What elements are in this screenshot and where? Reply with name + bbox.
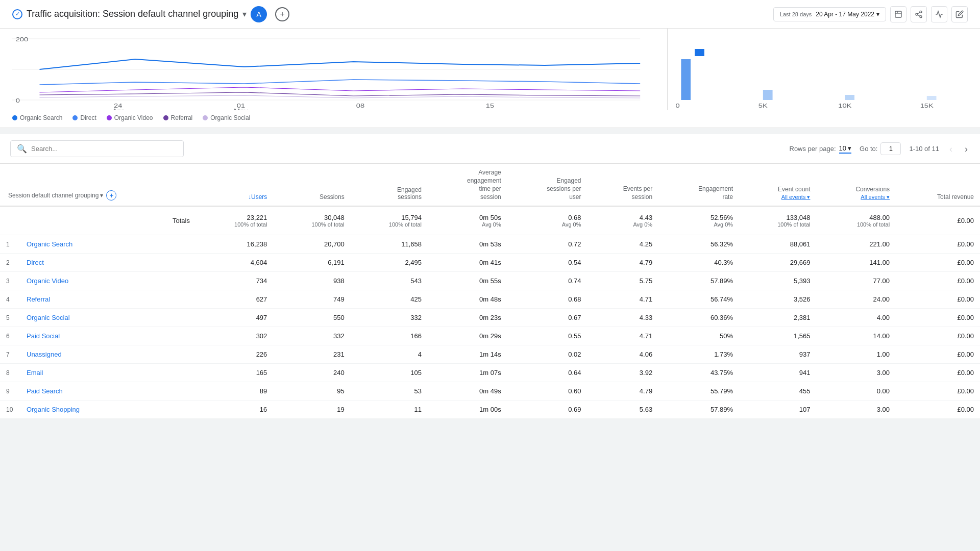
totals-avg-engagement-time: 0m 50s Avg 0% xyxy=(428,206,507,235)
row-conversions: 77.00 xyxy=(816,272,896,290)
goto-page-input[interactable] xyxy=(880,142,901,155)
legend-direct[interactable]: Direct xyxy=(72,114,96,121)
row-total-revenue: £0.00 xyxy=(896,364,980,382)
row-engaged-sessions: 4 xyxy=(351,345,428,364)
row-engagement-rate: 57.89% xyxy=(658,400,739,419)
row-name[interactable]: Organic Social xyxy=(20,309,196,327)
row-events-per-session: 4.71 xyxy=(587,327,659,345)
row-total-revenue: £0.00 xyxy=(896,235,980,254)
table-row: 4 Referral 627 749 425 0m 48s 0.68 4.71 … xyxy=(0,290,980,309)
svg-text:5K: 5K xyxy=(758,103,768,109)
legend-label-organic-search: Organic Search xyxy=(20,114,62,121)
row-events-per-session: 4.79 xyxy=(587,254,659,272)
row-name[interactable]: Email xyxy=(20,364,196,382)
svg-text:0: 0 xyxy=(676,103,680,109)
date-range-selector[interactable]: Last 28 days 20 Apr - 17 May 2022 ▾ xyxy=(773,7,886,21)
svg-line-7 xyxy=(918,12,920,14)
rows-per-page-select[interactable]: 10 ▾ xyxy=(839,144,851,154)
row-sessions: 231 xyxy=(273,345,350,364)
row-avg-engagement-time: 0m 41s xyxy=(428,254,507,272)
row-num: 4 xyxy=(0,290,20,309)
row-avg-engagement-time: 0m 49s xyxy=(428,382,507,400)
legend-organic-search[interactable]: Organic Search xyxy=(12,114,62,121)
row-name[interactable]: Unassigned xyxy=(20,345,196,364)
row-events-per-session: 4.71 xyxy=(587,290,659,309)
legend-organic-social[interactable]: Organic Social xyxy=(203,114,250,121)
row-conversions: 141.00 xyxy=(816,254,896,272)
row-engagement-rate: 60.36% xyxy=(658,309,739,327)
page-title-container: ✓ Traffic acquisition: Session default c… xyxy=(12,6,773,22)
chart-toggle-button[interactable] xyxy=(931,6,947,22)
legend-dot-organic-video xyxy=(107,115,112,120)
add-column-button[interactable]: + xyxy=(106,190,116,201)
row-num: 7 xyxy=(0,345,20,364)
event-count-filter[interactable]: All events ▾ xyxy=(781,194,811,201)
row-name[interactable]: Paid Social xyxy=(20,327,196,345)
legend-label-organic-social: Organic Social xyxy=(210,114,250,121)
table-row: 8 Email 165 240 105 1m 07s 0.64 3.92 43.… xyxy=(0,364,980,382)
row-events-per-session: 4.06 xyxy=(587,345,659,364)
date-range-dropdown-icon: ▾ xyxy=(876,11,879,18)
row-name[interactable]: Organic Video xyxy=(20,272,196,290)
svg-text:200: 200 xyxy=(16,36,29,43)
row-engaged-sessions-per-user: 0.64 xyxy=(507,364,587,382)
row-sessions: 240 xyxy=(273,364,350,382)
row-event-count: 107 xyxy=(739,400,816,419)
col-header-total-revenue: Total revenue xyxy=(896,164,980,206)
row-name[interactable]: Direct xyxy=(20,254,196,272)
table-row: 3 Organic Video 734 938 543 0m 55s 0.74 … xyxy=(0,272,980,290)
row-name[interactable]: Organic Shopping xyxy=(20,400,196,419)
row-total-revenue: £0.00 xyxy=(896,290,980,309)
svg-rect-0 xyxy=(895,11,901,17)
row-name[interactable]: Organic Search xyxy=(20,235,196,254)
row-name[interactable]: Paid Search xyxy=(20,382,196,400)
row-name[interactable]: Referral xyxy=(20,290,196,309)
add-view-button[interactable]: + xyxy=(275,7,289,21)
svg-point-4 xyxy=(916,13,918,15)
title-dropdown-icon[interactable]: ▾ xyxy=(242,9,247,19)
chart-legend: Organic Search Direct Organic Video Refe… xyxy=(12,110,968,123)
date-range-value: 20 Apr - 17 May 2022 xyxy=(816,11,874,18)
totals-engaged-sessions-per-user: 0.68 Avg 0% xyxy=(507,206,587,235)
col-group-label: Session default channel grouping xyxy=(8,192,99,199)
col-group-dropdown[interactable]: Session default channel grouping ▾ xyxy=(8,192,103,199)
totals-row: Totals 23,221 100% of total 30,048 100% … xyxy=(0,206,980,235)
svg-rect-15 xyxy=(763,90,773,100)
col-header-event-count: Event count All events ▾ xyxy=(739,164,816,206)
row-sessions: 95 xyxy=(273,382,350,400)
row-events-per-session: 5.75 xyxy=(587,272,659,290)
row-events-per-session: 4.79 xyxy=(587,382,659,400)
col-header-users[interactable]: ↓Users xyxy=(196,164,273,206)
save-report-button[interactable] xyxy=(890,6,906,22)
edit-button[interactable] xyxy=(951,6,968,22)
avatar[interactable]: A xyxy=(251,6,267,22)
svg-rect-18 xyxy=(695,49,704,56)
legend-label-direct: Direct xyxy=(80,114,96,121)
row-avg-engagement-time: 0m 55s xyxy=(428,272,507,290)
legend-label-referral: Referral xyxy=(171,114,193,121)
row-engagement-rate: 56.74% xyxy=(658,290,739,309)
svg-text:15K: 15K xyxy=(920,103,934,109)
next-page-button[interactable]: › xyxy=(963,143,970,155)
search-box[interactable]: 🔍 xyxy=(10,140,184,157)
prev-page-button[interactable]: ‹ xyxy=(947,143,954,155)
totals-conversions: 488.00 100% of total xyxy=(816,206,896,235)
row-avg-engagement-time: 0m 53s xyxy=(428,235,507,254)
col-header-sessions: Sessions xyxy=(273,164,350,206)
row-engagement-rate: 43.75% xyxy=(658,364,739,382)
legend-organic-video[interactable]: Organic Video xyxy=(107,114,153,121)
goto-section: Go to: xyxy=(860,142,901,155)
share-button[interactable] xyxy=(911,6,927,22)
row-sessions: 938 xyxy=(273,272,350,290)
search-input[interactable] xyxy=(31,145,177,153)
row-users: 497 xyxy=(196,309,273,327)
row-event-count: 455 xyxy=(739,382,816,400)
row-conversions: 221.00 xyxy=(816,235,896,254)
totals-total-revenue: £0.00 xyxy=(896,206,980,235)
row-engagement-rate: 50% xyxy=(658,327,739,345)
legend-referral[interactable]: Referral xyxy=(163,114,193,121)
row-total-revenue: £0.00 xyxy=(896,327,980,345)
row-total-revenue: £0.00 xyxy=(896,345,980,364)
header-right: Last 28 days 20 Apr - 17 May 2022 ▾ xyxy=(773,6,968,22)
conversions-filter[interactable]: All events ▾ xyxy=(861,194,890,201)
